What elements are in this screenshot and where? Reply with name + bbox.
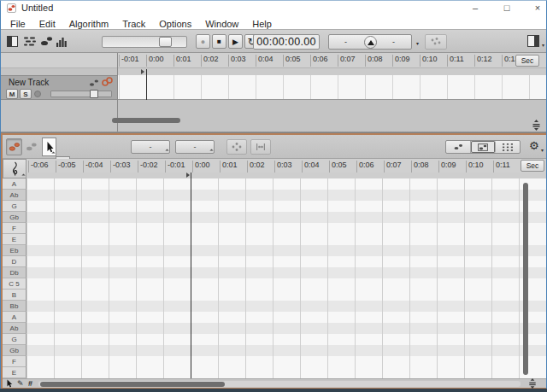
pitch-grid-row[interactable] [26,245,546,256]
pitch-grid-row[interactable] [26,267,546,278]
arrange-h-scrollbar[interactable] [112,118,180,123]
zoom-slider-handle[interactable] [159,37,172,47]
pitch-grid-row[interactable] [26,290,546,301]
metronome-button[interactable] [364,36,377,49]
record-arm-button[interactable] [34,91,41,97]
arrange-playhead[interactable] [146,69,147,100]
stop-button[interactable]: ■ [212,34,226,49]
pitch-grid-row[interactable] [26,201,546,212]
zoom-slider[interactable] [102,36,187,48]
pitch-grid-row[interactable] [26,223,546,234]
track-header[interactable]: New Track M S [1,75,117,100]
pencil-tool-icon[interactable]: ✎ [17,379,24,388]
pitch-grid-row[interactable] [26,312,546,323]
note-name-cell[interactable]: G [3,201,26,212]
editor-playback-marker[interactable] [186,173,190,178]
editor-ruler-unit-button[interactable]: Sec [521,160,544,172]
track-link-icon[interactable] [101,77,114,87]
track-blob-icon[interactable] [89,79,99,87]
tempo-dropdown-icon[interactable]: ▾ [416,40,419,46]
clef-selector-button[interactable] [3,159,26,178]
editor-h-scrollbar-track[interactable] [38,381,521,387]
note-name-cell[interactable]: Ab [3,323,26,334]
note-name-cell[interactable]: A [3,178,26,190]
editor-settings-gear-icon[interactable]: ⚙ [529,139,539,153]
arrange-ruler-unit-button[interactable]: Sec [515,55,539,67]
arrange-timeline-ruler[interactable]: -0:010:000:010:020:030:040:050:060:070:0… [1,53,546,68]
menu-item-track[interactable]: Track [115,18,152,30]
display-mode-grid[interactable] [496,141,520,153]
play-button[interactable]: ▶ [228,34,243,49]
macro-dropdown-1[interactable]: - [131,140,170,154]
pitch-grid-row[interactable] [26,278,546,290]
pitch-grid-row[interactable] [26,190,546,201]
pitch-grid-row[interactable] [26,212,546,223]
gear-dropdown-icon[interactable]: ▾ [541,147,544,153]
note-name-cell[interactable]: G [3,334,26,345]
note-name-cell[interactable]: Gb [3,345,26,356]
edit-pitch-mode-button[interactable] [6,138,22,155]
pitch-grid-row[interactable] [26,256,546,267]
menu-item-help[interactable]: Help [245,18,279,30]
note-name-cell[interactable]: D [3,256,26,267]
editor-v-scrollbar[interactable] [523,183,528,375]
editor-locator-strip[interactable] [26,173,546,178]
editor-h-scrollbar[interactable] [40,382,225,387]
solo-button[interactable]: S [20,89,32,99]
main-tool-button[interactable] [42,137,56,156]
note-name-cell[interactable]: C 5 [3,278,26,290]
display-mode-blobs-framed[interactable] [471,141,496,153]
spectrum-bars-icon[interactable] [56,35,68,48]
editor-scroll-zoom-icon[interactable] [527,378,538,389]
track-lane[interactable] [118,75,547,100]
pitch-grid-row[interactable] [26,234,546,245]
editor-timeline-ruler[interactable]: -0:06-0:05-0:04-0:03-0:02-0:010:000:010:… [26,159,546,173]
track-name[interactable]: New Track [9,78,49,87]
editor-playhead[interactable] [191,173,191,378]
menu-item-file[interactable]: File [3,18,32,30]
pitch-grid-toggle-icon[interactable]: # [28,379,32,388]
pitch-grid-row[interactable] [26,334,546,345]
note-name-cell[interactable]: F [3,356,26,367]
pitch-grid-row[interactable] [26,345,546,356]
pitch-grid-row[interactable] [26,323,546,334]
pitch-grid-row[interactable] [26,178,546,190]
tempo-value-left[interactable]: - [344,38,347,46]
note-name-cell[interactable]: F [3,223,26,234]
menu-item-edit[interactable]: Edit [32,18,62,30]
pitch-grid-row[interactable] [26,301,546,312]
mute-button[interactable]: M [6,89,18,99]
arrange-playback-marker[interactable] [141,69,144,74]
track-volume-slider[interactable] [50,91,112,97]
note-name-cell[interactable]: Db [3,267,26,278]
panel-toggle-icon[interactable] [6,35,19,48]
note-name-cell[interactable]: Eb [3,245,26,256]
note-name-cell[interactable]: B [3,290,26,301]
note-blob-icon[interactable] [40,35,53,48]
pitch-grid-row[interactable] [26,367,546,378]
pitch-grid-row[interactable] [26,356,546,367]
minimize-button[interactable]: – [462,1,488,15]
note-name-cell[interactable]: E [3,234,26,245]
note-name-cell[interactable]: Ab [3,190,26,201]
close-button[interactable]: × [525,1,547,15]
note-name-cell[interactable]: Gb [3,212,26,223]
track-volume-handle[interactable] [90,90,98,98]
maximize-button[interactable]: □ [494,1,520,15]
arrange-locator-strip[interactable] [118,68,547,75]
note-name-cell[interactable]: A [3,312,26,323]
note-name-cell[interactable]: E [3,367,26,378]
edit-alt-mode-button[interactable] [23,138,39,155]
macro-dropdown-2[interactable]: - [175,140,215,154]
menu-item-window[interactable]: Window [198,18,245,30]
tempo-value-right[interactable]: - [392,38,395,46]
display-mode-blobs[interactable] [446,141,471,153]
time-display[interactable]: 00:00:00.00 [253,34,320,50]
menu-item-algorithm[interactable]: Algorithm [62,18,115,30]
menu-item-options[interactable]: Options [152,18,198,30]
layout-dropdown-icon[interactable]: ▾ [542,42,544,48]
track-list-icon[interactable] [23,35,37,48]
arrange-scroll-zoom-icon[interactable] [531,120,542,131]
record-button[interactable]: ● [196,34,210,49]
note-name-cell[interactable]: Bb [3,301,26,312]
